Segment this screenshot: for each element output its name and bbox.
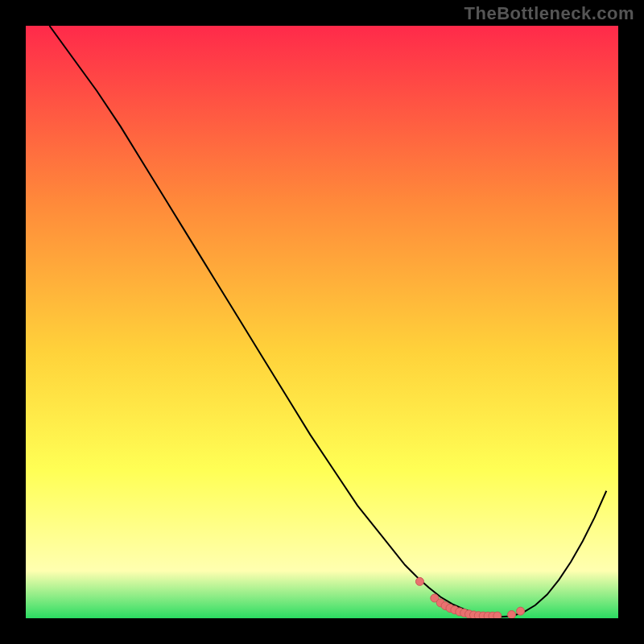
basin-marker bbox=[493, 612, 502, 618]
basin-marker bbox=[415, 577, 423, 585]
plot-area bbox=[26, 26, 618, 618]
chart-frame: TheBottleneck.com bbox=[0, 0, 644, 644]
chart-svg bbox=[26, 26, 618, 618]
basin-marker bbox=[517, 607, 525, 615]
watermark-text: TheBottleneck.com bbox=[464, 3, 634, 24]
gradient-bg bbox=[26, 26, 618, 618]
basin-marker bbox=[508, 611, 516, 618]
